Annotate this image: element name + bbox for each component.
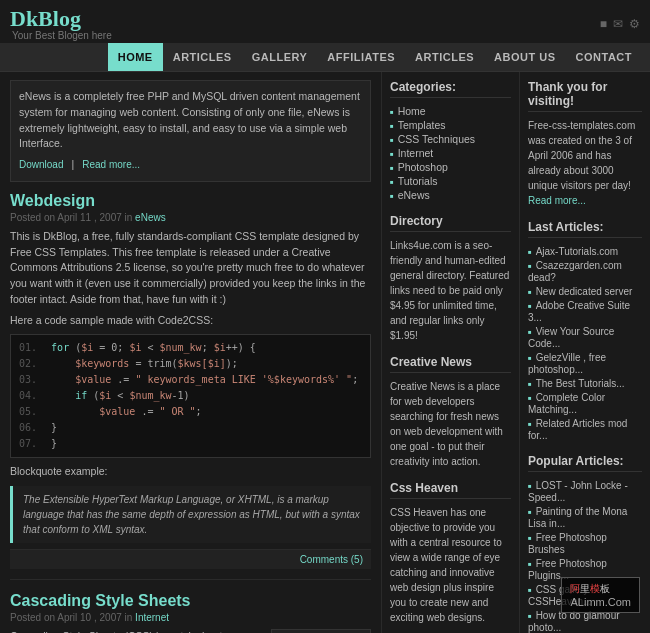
news-box-text: eNews is a completely free PHP and MySQL… <box>19 90 360 149</box>
code-line-6: 06. } <box>19 420 362 436</box>
article-css: Cascading Style Sheets Posted on April 1… <box>10 592 371 633</box>
thank-you-readmore[interactable]: Read more... <box>528 195 586 206</box>
code-line-5: 05. $value .= " OR "; <box>19 404 362 420</box>
code-line-3: 03. $value .= " keywords_meta LIKE '%$ke… <box>19 372 362 388</box>
creative-news-body: Creative News is a place for web develop… <box>390 379 511 469</box>
last-art-9: Related Articles mod for... <box>528 416 642 442</box>
last-articles-list: Ajax-Tutorials.com Csazezgarden.com dead… <box>528 244 642 442</box>
cat-photoshop: Photoshop <box>390 160 511 174</box>
thank-you-section: Thank you for visiting! Free-css-templat… <box>528 80 642 208</box>
cat-css: CSS Techniques <box>390 132 511 146</box>
blockquote-label: Blockquote example: <box>10 464 371 480</box>
pop-art-2: Painting of the Mona Lisa in... <box>528 504 642 530</box>
thank-you-heading: Thank you for visiting! <box>528 80 642 112</box>
nav-articles1[interactable]: ARTICLES <box>163 43 242 71</box>
header-icons: ■ ✉ ⚙ <box>600 17 640 31</box>
directory-section: Directory Links4ue.com is a seo-friendly… <box>390 214 511 343</box>
categories-list: Home Templates CSS Techniques Internet P… <box>390 104 511 202</box>
css-heaven-heading: Css Heaven <box>390 481 511 499</box>
nav-home[interactable]: HOME <box>108 43 163 71</box>
sidebar-right: Thank you for visiting! Free-css-templat… <box>520 72 650 633</box>
last-art-2: Csazezgarden.com dead? <box>528 258 642 284</box>
article2-content: Cascading Style Sheets (CSS) is a styles… <box>10 629 371 633</box>
article2-body1: Cascading Style Sheets (CSS) is a styles… <box>10 629 261 633</box>
main-layout: eNews is a completely free PHP and MySQL… <box>0 72 650 633</box>
last-articles-heading: Last Articles: <box>528 220 642 238</box>
logo-area: DkBlog Your Best Blogen here <box>10 6 112 41</box>
sidebar-middle: Categories: Home Templates CSS Technique… <box>382 72 520 633</box>
rss-icon[interactable]: ■ <box>600 17 607 31</box>
code-line-4: 04. if ($i < $num_kw-1) <box>19 388 362 404</box>
logo-tagline: Your Best Blogen here <box>10 30 112 41</box>
readmore-link[interactable]: Read more... <box>82 157 140 173</box>
last-art-8: Complete Color Matching... <box>528 390 642 416</box>
last-art-5: View Your Source Code... <box>528 324 642 350</box>
settings-icon[interactable]: ⚙ <box>629 17 640 31</box>
last-art-1: Ajax-Tutorials.com <box>528 244 642 258</box>
article1-body: This is DkBlog, a free, fully standards-… <box>10 229 371 308</box>
cat-templates: Templates <box>390 118 511 132</box>
nav-gallery[interactable]: GALLERY <box>242 43 318 71</box>
pop-art-1: LOST - John Locke - Speed... <box>528 478 642 504</box>
site-logo[interactable]: DkBlog <box>10 6 112 32</box>
article2-title: Cascading Style Sheets <box>10 592 371 610</box>
code-block: 01. for ($i = 0; $i < $num_kw; $i++) { 0… <box>10 334 371 458</box>
article-webdesign: Webdesign Posted on April 11 , 2007 in e… <box>10 192 371 580</box>
nav-aboutus[interactable]: ABOUT US <box>484 43 565 71</box>
mail-icon[interactable]: ✉ <box>613 17 623 31</box>
code-line-7: 07. } <box>19 436 362 452</box>
article2-body: Cascading Style Sheets (CSS) is a styles… <box>10 629 261 633</box>
header-top: DkBlog Your Best Blogen here ■ ✉ ⚙ <box>0 0 650 43</box>
css-heaven-body: CSS Heaven has one objective to provide … <box>390 505 511 625</box>
nav-articles2[interactable]: ARTICLES <box>405 43 484 71</box>
nav-affiliates[interactable]: AFFILIATES <box>317 43 405 71</box>
cat-tutorials: Tutorials <box>390 174 511 188</box>
article1-meta: Posted on April 11 , 2007 in eNews <box>10 212 371 223</box>
last-art-3: New dedicated server <box>528 284 642 298</box>
code-line-2: 02. $keywords = trim($kws[$i]); <box>19 356 362 372</box>
last-articles-section: Last Articles: Ajax-Tutorials.com Csazez… <box>528 220 642 442</box>
code-label: Here a code sample made with Code2CSS: <box>10 313 371 329</box>
last-art-6: GelezVille , free photoshop... <box>528 350 642 376</box>
thank-you-body: Free-css-templates.com was created on th… <box>528 118 642 208</box>
article2-category[interactable]: Internet <box>135 612 169 623</box>
categories-section: Categories: Home Templates CSS Technique… <box>390 80 511 202</box>
header: DkBlog Your Best Blogen here ■ ✉ ⚙ HOME … <box>0 0 650 72</box>
directory-body: Links4ue.com is a seo-friendly and human… <box>390 238 511 343</box>
nav-contact[interactable]: CONTACT <box>566 43 642 71</box>
pop-art-3: Free Photoshop Brushes <box>528 530 642 556</box>
cat-enews: eNews <box>390 188 511 202</box>
news-box: eNews is a completely free PHP and MySQL… <box>10 80 371 182</box>
article1-title: Webdesign <box>10 192 371 210</box>
article1-comments[interactable]: Comments (5) <box>10 549 371 569</box>
popular-articles-heading: Popular Articles: <box>528 454 642 472</box>
main-nav: HOME ARTICLES GALLERY AFFILIATES ARTICLE… <box>0 43 650 71</box>
creative-news-section: Creative News Creative News is a place f… <box>390 355 511 469</box>
list-example: List example: list line 1 list line 2 su… <box>271 629 371 633</box>
directory-heading: Directory <box>390 214 511 232</box>
news-box-links: Download | Read more... <box>19 157 362 173</box>
last-art-4: Adobe Creative Suite 3... <box>528 298 642 324</box>
watermark: 阿里模板 ALimm.Com <box>561 577 640 613</box>
categories-heading: Categories: <box>390 80 511 98</box>
blockquote: The Extensible HyperText Markup Language… <box>10 486 371 543</box>
article2-meta: Posted on April 10 , 2007 in Internet <box>10 612 371 623</box>
cat-home: Home <box>390 104 511 118</box>
code-line-1: 01. for ($i = 0; $i < $num_kw; $i++) { <box>19 340 362 356</box>
css-heaven-section: Css Heaven CSS Heaven has one objective … <box>390 481 511 625</box>
cat-internet: Internet <box>390 146 511 160</box>
article1-category[interactable]: eNews <box>135 212 166 223</box>
main-content: eNews is a completely free PHP and MySQL… <box>0 72 382 633</box>
download-link[interactable]: Download <box>19 157 63 173</box>
creative-news-heading: Creative News <box>390 355 511 373</box>
last-art-7: The Best Tutorials... <box>528 376 642 390</box>
watermark-text: ALimm.Com <box>570 596 631 608</box>
